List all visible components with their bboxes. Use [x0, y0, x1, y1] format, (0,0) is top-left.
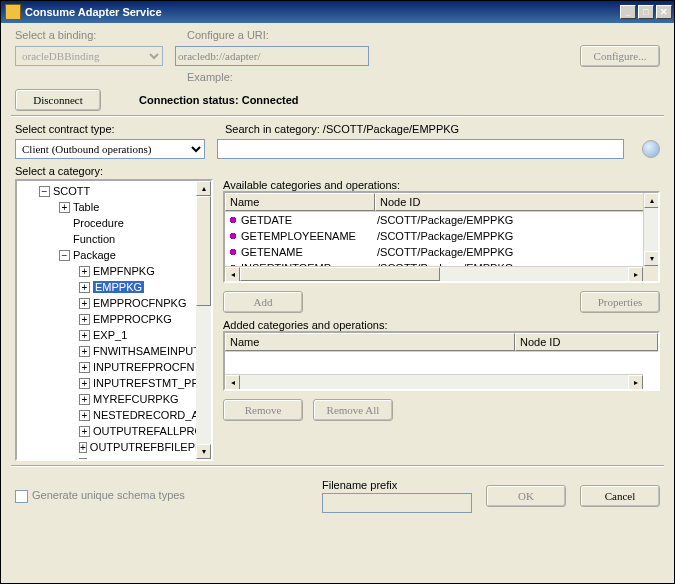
list-item[interactable]: GETENAME/SCOTT/Package/EMPPKG [225, 244, 658, 260]
col-header-name[interactable]: Name [225, 333, 515, 351]
tree-leaf[interactable]: MYREFCURPKG [93, 393, 179, 405]
select-binding-label: Select a binding: [15, 29, 175, 41]
close-button[interactable]: ✕ [656, 5, 672, 19]
cancel-button[interactable]: Cancel [580, 485, 660, 507]
tree-node[interactable]: Table [73, 201, 99, 213]
list-item[interactable]: GETEMPLOYEENAME/SCOTT/Package/EMPPKG [225, 228, 658, 244]
binding-select[interactable]: oracleDBBinding [15, 46, 163, 66]
add-button[interactable]: Add [223, 291, 303, 313]
disconnect-button[interactable]: Disconnect [15, 89, 101, 111]
tree-node[interactable]: Procedure [73, 217, 124, 229]
tree-leaf-selected[interactable]: EMPPKG [93, 281, 144, 293]
col-header-nodeid[interactable]: Node ID [375, 193, 658, 211]
contract-type-select[interactable]: Client (Outbound operations) [15, 139, 205, 159]
search-path: /SCOTT/Package/EMPPKG [323, 123, 459, 135]
minimize-button[interactable]: _ [620, 5, 636, 19]
tree-root[interactable]: SCOTT [53, 185, 90, 197]
search-input[interactable] [217, 139, 624, 159]
list-scrollbar-v[interactable]: ▴▾ [643, 193, 658, 266]
tree-leaf[interactable]: OUTPUTREFBLOBPROC [90, 457, 213, 461]
tree-node[interactable]: Function [73, 233, 115, 245]
contract-type-label: Select contract type: [15, 123, 115, 135]
properties-button[interactable]: Properties [580, 291, 660, 313]
list-item[interactable]: GETDATE/SCOTT/Package/EMPPKG [225, 212, 658, 228]
configure-uri-label: Configure a URI: [187, 29, 568, 41]
tree-leaf[interactable]: EMPFNPKG [93, 265, 155, 277]
added-list[interactable]: Name Node ID ◂▸ [223, 331, 660, 391]
tree-leaf[interactable]: INPUTREFPROCFN [93, 361, 194, 373]
tree-leaf[interactable]: FNWITHSAMEINPUT [93, 345, 200, 357]
tree-leaf[interactable]: OUTPUTREFBFILEPROC [90, 441, 213, 453]
available-label: Available categories and operations: [223, 179, 660, 191]
filename-prefix-input[interactable] [322, 493, 472, 513]
connection-status-value: Connected [242, 94, 299, 106]
tree-node-package[interactable]: Package [73, 249, 116, 261]
tree-leaf[interactable]: NESTEDRECORD_ALL [93, 409, 211, 421]
category-tree[interactable]: SCOTT Table Procedure Function Package E… [15, 179, 213, 461]
tree-leaf[interactable]: INPUTREFSTMT_PRO [93, 377, 208, 389]
operation-icon [228, 215, 238, 225]
added-scrollbar-h[interactable]: ◂▸ [225, 374, 643, 389]
search-in-category-label: Search in category: [225, 123, 320, 135]
select-category-label: Select a category: [15, 165, 103, 177]
tree-scrollbar[interactable]: ▴ ▾ [196, 181, 211, 459]
ok-button[interactable]: OK [486, 485, 566, 507]
uri-input[interactable] [175, 46, 369, 66]
remove-all-button[interactable]: Remove All [313, 399, 393, 421]
operation-icon [228, 231, 238, 241]
window-title: Consume Adapter Service [25, 6, 162, 18]
tree-leaf[interactable]: OUTPUTREFALLPROC [93, 425, 211, 437]
col-header-name[interactable]: Name [225, 193, 375, 211]
connection-status-label: Connection status: [139, 94, 239, 106]
generate-unique-checkbox[interactable]: Generate unique schema types [15, 489, 185, 503]
example-label: Example: [187, 71, 233, 83]
remove-button[interactable]: Remove [223, 399, 303, 421]
tree-leaf[interactable]: EMPPROCFNPKG [93, 297, 187, 309]
col-header-nodeid[interactable]: Node ID [515, 333, 658, 351]
search-icon[interactable] [642, 140, 660, 158]
tree-leaf[interactable]: EMPPROCPKG [93, 313, 172, 325]
configure-button[interactable]: Configure... [580, 45, 660, 67]
operation-icon [228, 247, 238, 257]
available-list[interactable]: Name Node ID GETDATE/SCOTT/Package/EMPPK… [223, 191, 660, 283]
tree-leaf[interactable]: EXP_1 [93, 329, 127, 341]
maximize-button[interactable]: □ [638, 5, 654, 19]
list-scrollbar-h[interactable]: ◂▸ [225, 266, 643, 281]
added-label: Added categories and operations: [223, 319, 660, 331]
app-icon [5, 4, 21, 20]
filename-prefix-label: Filename prefix [322, 479, 472, 491]
